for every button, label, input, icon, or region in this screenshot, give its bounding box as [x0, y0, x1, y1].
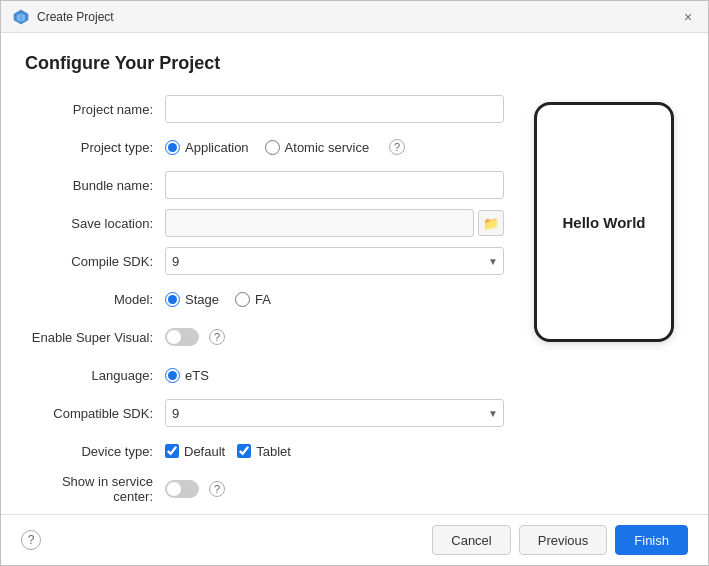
- device-type-checkbox-group: Default Tablet: [165, 444, 504, 459]
- previous-button[interactable]: Previous: [519, 525, 608, 555]
- save-location-input[interactable]: [165, 209, 474, 237]
- phone-frame: Hello World: [534, 102, 674, 342]
- radio-fa[interactable]: FA: [235, 292, 271, 307]
- checkbox-default-label: Default: [184, 444, 225, 459]
- hello-world-text: Hello World: [562, 214, 645, 231]
- save-location-label: Save location:: [25, 216, 165, 231]
- super-visual-help-icon[interactable]: ?: [209, 329, 225, 345]
- compile-sdk-select-wrap: 9 8 7 ▼: [165, 247, 504, 275]
- super-visual-toggle[interactable]: [165, 328, 199, 346]
- radio-ets-label: eTS: [185, 368, 209, 383]
- bundle-name-control: com.example.myapplication: [165, 171, 504, 199]
- radio-fa-input[interactable]: [235, 292, 250, 307]
- save-location-wrap: 📁: [165, 209, 504, 237]
- service-center-row: Show in service center: ?: [25, 472, 504, 506]
- compatible-sdk-select-wrap: 9 8 7 ▼: [165, 399, 504, 427]
- checkbox-default[interactable]: Default: [165, 444, 225, 459]
- bundle-name-row: Bundle name: com.example.myapplication: [25, 168, 504, 202]
- super-visual-label: Enable Super Visual:: [25, 330, 165, 345]
- language-label: Language:: [25, 368, 165, 383]
- content-area: Project name: MyApplication Project type…: [25, 92, 684, 514]
- language-row: Language: eTS: [25, 358, 504, 392]
- compatible-sdk-row: Compatible SDK: 9 8 7 ▼: [25, 396, 504, 430]
- save-location-row: Save location: 📁: [25, 206, 504, 240]
- radio-stage-input[interactable]: [165, 292, 180, 307]
- project-name-control: MyApplication: [165, 95, 504, 123]
- radio-ets[interactable]: eTS: [165, 368, 209, 383]
- cancel-button[interactable]: Cancel: [432, 525, 510, 555]
- language-radio-group: eTS: [165, 368, 504, 383]
- compatible-sdk-label: Compatible SDK:: [25, 406, 165, 421]
- service-center-help-icon[interactable]: ?: [209, 481, 225, 497]
- project-name-input[interactable]: MyApplication: [165, 95, 504, 123]
- radio-application-label: Application: [185, 140, 249, 155]
- super-visual-control: ?: [165, 328, 504, 346]
- compatible-sdk-control: 9 8 7 ▼: [165, 399, 504, 427]
- device-type-row: Device type: Default Tablet: [25, 434, 504, 468]
- project-name-row: Project name: MyApplication: [25, 92, 504, 126]
- checkbox-tablet-label: Tablet: [256, 444, 291, 459]
- radio-atomic-service-input[interactable]: [265, 140, 280, 155]
- service-center-toggle[interactable]: [165, 480, 199, 498]
- dialog-footer: ? Cancel Previous Finish: [1, 514, 708, 565]
- form-area: Project name: MyApplication Project type…: [25, 92, 504, 514]
- radio-atomic-service[interactable]: Atomic service: [265, 140, 370, 155]
- radio-fa-label: FA: [255, 292, 271, 307]
- dialog-body: Configure Your Project Project name: MyA…: [1, 33, 708, 514]
- footer-help-icon[interactable]: ?: [21, 530, 41, 550]
- footer-right: Cancel Previous Finish: [432, 525, 688, 555]
- project-name-label: Project name:: [25, 102, 165, 117]
- bundle-name-label: Bundle name:: [25, 178, 165, 193]
- bundle-name-input[interactable]: com.example.myapplication: [165, 171, 504, 199]
- compatible-sdk-select[interactable]: 9 8 7: [165, 399, 504, 427]
- browse-folder-button[interactable]: 📁: [478, 210, 504, 236]
- app-logo-icon: [13, 9, 29, 25]
- service-center-control: ?: [165, 480, 504, 498]
- dialog-title: Configure Your Project: [25, 53, 684, 74]
- radio-application[interactable]: Application: [165, 140, 249, 155]
- model-row: Model: Stage FA: [25, 282, 504, 316]
- phone-preview: Hello World: [524, 92, 684, 514]
- close-button[interactable]: ×: [680, 9, 696, 25]
- radio-ets-input[interactable]: [165, 368, 180, 383]
- service-center-label: Show in service center:: [25, 474, 165, 504]
- compile-sdk-control: 9 8 7 ▼: [165, 247, 504, 275]
- project-type-control: Application Atomic service ?: [165, 139, 504, 155]
- radio-stage-label: Stage: [185, 292, 219, 307]
- project-type-radio-group: Application Atomic service ?: [165, 139, 504, 155]
- radio-atomic-service-label: Atomic service: [285, 140, 370, 155]
- save-location-control: 📁: [165, 209, 504, 237]
- language-control: eTS: [165, 368, 504, 383]
- project-type-row: Project type: Application Atomic service: [25, 130, 504, 164]
- project-type-label: Project type:: [25, 140, 165, 155]
- compile-sdk-row: Compile SDK: 9 8 7 ▼: [25, 244, 504, 278]
- radio-stage[interactable]: Stage: [165, 292, 219, 307]
- title-bar-text: Create Project: [37, 10, 114, 24]
- finish-button[interactable]: Finish: [615, 525, 688, 555]
- checkbox-tablet-input[interactable]: [237, 444, 251, 458]
- checkbox-tablet[interactable]: Tablet: [237, 444, 291, 459]
- device-type-label: Device type:: [25, 444, 165, 459]
- super-visual-row: Enable Super Visual: ?: [25, 320, 504, 354]
- model-label: Model:: [25, 292, 165, 307]
- model-radio-group: Stage FA: [165, 292, 504, 307]
- checkbox-default-input[interactable]: [165, 444, 179, 458]
- project-type-help-icon[interactable]: ?: [389, 139, 405, 155]
- create-project-dialog: Create Project × Configure Your Project …: [0, 0, 709, 566]
- folder-icon: 📁: [483, 216, 499, 231]
- compile-sdk-label: Compile SDK:: [25, 254, 165, 269]
- title-bar: Create Project ×: [1, 1, 708, 33]
- radio-application-input[interactable]: [165, 140, 180, 155]
- device-type-control: Default Tablet: [165, 444, 504, 459]
- footer-left: ?: [21, 530, 41, 550]
- compile-sdk-select[interactable]: 9 8 7: [165, 247, 504, 275]
- model-control: Stage FA: [165, 292, 504, 307]
- title-bar-left: Create Project: [13, 9, 114, 25]
